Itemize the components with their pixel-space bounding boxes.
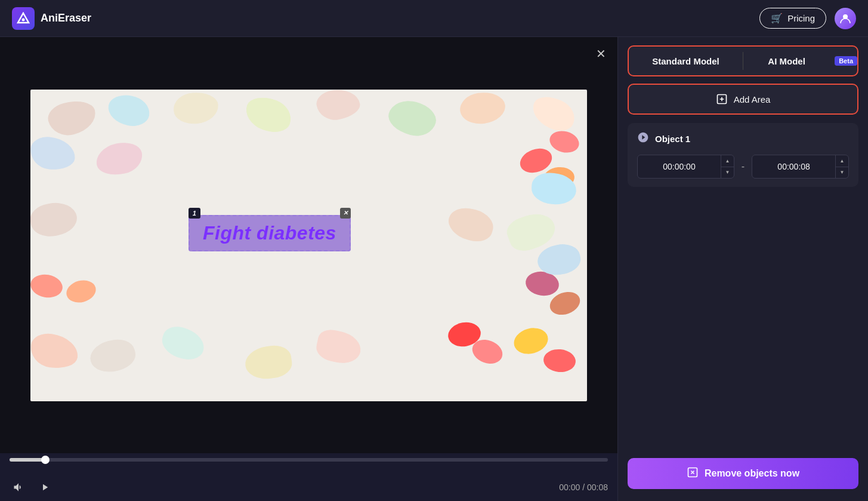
object-icon <box>637 131 649 146</box>
close-button[interactable]: ✕ <box>592 45 609 62</box>
overlay-text: Fight diabetes <box>203 222 336 244</box>
cart-icon: 🛒 <box>771 13 783 24</box>
video-panel: ✕ <box>0 37 617 501</box>
logo-area: AniEraser <box>12 7 91 30</box>
main-content: ✕ <box>0 37 868 501</box>
add-area-icon <box>716 93 728 105</box>
video-container: 1 Fight diabetes ✕ <box>0 37 617 453</box>
end-time-input[interactable]: 00:00:08 ▲ ▼ <box>752 155 849 179</box>
start-time-up[interactable]: ▲ <box>721 155 734 167</box>
right-panel: Standard Model AI Model Beta Add Area <box>617 37 868 501</box>
object-card: Object 1 00:00:00 ▲ ▼ - 00:00:08 ▲ <box>628 123 858 187</box>
standard-model-label: Standard Model <box>652 56 719 66</box>
end-time-down[interactable]: ▼ <box>836 167 848 179</box>
ai-model-area: AI Model Beta <box>743 56 857 66</box>
ai-model-button[interactable]: AI Model <box>743 56 830 66</box>
end-time-spinners: ▲ ▼ <box>835 155 848 178</box>
standard-model-button[interactable]: Standard Model <box>629 47 743 75</box>
remove-label: Remove objects now <box>705 468 799 479</box>
progress-bar[interactable] <box>10 458 608 462</box>
add-area-label: Add Area <box>734 94 771 104</box>
play-button[interactable] <box>36 478 54 496</box>
app-logo-icon <box>12 7 35 30</box>
pricing-button[interactable]: 🛒 Pricing <box>759 8 826 29</box>
svg-point-1 <box>22 18 25 21</box>
volume-button[interactable] <box>10 478 27 496</box>
controls-row: 00:00 / 00:08 <box>10 478 608 496</box>
right-panel-bottom <box>618 195 868 458</box>
pricing-label: Pricing <box>787 13 815 23</box>
ai-model-label: AI Model <box>768 56 805 66</box>
app-name: AniEraser <box>41 12 91 24</box>
video-controls: 00:00 / 00:08 <box>0 453 617 501</box>
object-title: Object 1 <box>655 134 690 144</box>
add-area-button[interactable]: Add Area <box>628 84 858 115</box>
beta-badge: Beta <box>835 56 857 66</box>
avatar[interactable] <box>835 8 856 29</box>
start-time-down[interactable]: ▼ <box>721 167 734 179</box>
time-range-separator: - <box>742 161 745 172</box>
progress-thumb[interactable] <box>41 456 50 464</box>
start-time-input[interactable]: 00:00:00 ▲ ▼ <box>637 155 734 179</box>
object-number-badge: 1 <box>189 208 200 219</box>
remove-icon <box>687 466 699 481</box>
video-frame: 1 Fight diabetes ✕ <box>30 90 587 401</box>
end-time-value: 00:00:08 <box>752 162 835 171</box>
text-overlay: 1 Fight diabetes ✕ <box>189 215 351 251</box>
model-selector: Standard Model AI Model Beta <box>628 45 858 76</box>
end-time-up[interactable]: ▲ <box>836 155 848 167</box>
start-time-spinners: ▲ ▼ <box>721 155 734 178</box>
remove-objects-button[interactable]: Remove objects now <box>628 458 858 489</box>
svg-marker-0 <box>18 13 29 23</box>
object-card-header: Object 1 <box>637 131 849 146</box>
time-range-row: 00:00:00 ▲ ▼ - 00:00:08 ▲ ▼ <box>637 155 849 179</box>
app-header: AniEraser 🛒 Pricing <box>0 0 868 37</box>
overlay-close-button[interactable]: ✕ <box>340 208 351 219</box>
start-time-value: 00:00:00 <box>638 162 721 171</box>
candy-background: 1 Fight diabetes ✕ <box>30 90 587 401</box>
progress-fill <box>10 458 45 462</box>
time-display: 00:00 / 00:08 <box>559 482 608 492</box>
